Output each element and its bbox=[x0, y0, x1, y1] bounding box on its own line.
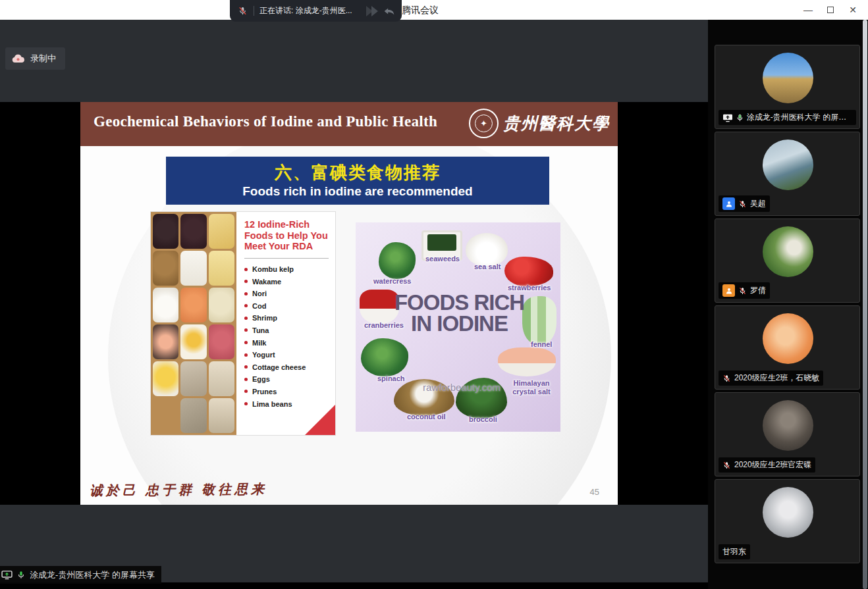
food-label: fennel bbox=[531, 340, 552, 348]
food-photo-tile bbox=[180, 361, 206, 396]
himalayan-salt-photo bbox=[498, 347, 556, 376]
fennel-photo bbox=[522, 296, 556, 345]
iodine-foods-list: Kombu kelp Wakame Nori Cod Shrimp Tuna M… bbox=[244, 265, 330, 408]
food-label: strawberries bbox=[508, 284, 551, 292]
list-item: Yogurt bbox=[244, 351, 330, 359]
window-titlebar: 腾讯会议 — ✕ bbox=[0, 0, 868, 20]
participant-tile[interactable]: 罗倩 bbox=[715, 218, 860, 303]
mic-muted-icon bbox=[738, 286, 747, 295]
avatar bbox=[763, 53, 813, 103]
slide-title: Geochemical Behaviors of Iodine and Publ… bbox=[94, 113, 437, 130]
recording-label: 录制中 bbox=[30, 53, 56, 64]
maximize-icon bbox=[827, 7, 834, 13]
mic-active-icon bbox=[736, 113, 744, 122]
food-photo-tile bbox=[153, 251, 178, 286]
screen-share-banner: 涂成龙-贵州医科大学 的屏幕共享 bbox=[0, 566, 161, 584]
university-motto-calligraphy: 诚於己 忠于群 敬往思来 bbox=[90, 480, 267, 499]
food-photo-tile bbox=[209, 324, 234, 359]
poster-title: FOODS RICH IN IODINE bbox=[392, 292, 527, 335]
sidebar-scrollbar[interactable] bbox=[863, 20, 867, 589]
list-item: Tuna bbox=[244, 326, 330, 334]
food-photo-tile bbox=[180, 251, 206, 286]
food-photo-tile bbox=[153, 398, 178, 433]
section-banner: 六、富碘类食物推荐 Foods rich in iodine are recom… bbox=[166, 157, 549, 205]
screen-share-icon bbox=[722, 113, 732, 122]
list-item: Nori bbox=[244, 290, 330, 297]
participant-name: 2020级应生2班官宏碟 bbox=[734, 459, 811, 471]
food-label: sea salt bbox=[474, 263, 501, 270]
banner-subtitle-en: Foods rich in iodine are recommended bbox=[166, 184, 549, 199]
spinach-photo bbox=[361, 338, 408, 376]
university-logo: ✦ 贵州醫科大學 bbox=[469, 109, 610, 138]
avatar bbox=[763, 140, 813, 190]
speaking-label: 正在讲话: 涂成龙-贵州医... bbox=[259, 5, 361, 16]
participant-tile[interactable]: 甘羽东 bbox=[715, 479, 860, 563]
share-banner-label: 涂成龙-贵州医科大学 的屏幕共享 bbox=[30, 569, 155, 581]
participant-name: 罗倩 bbox=[750, 285, 766, 296]
participant-name: 甘羽东 bbox=[722, 546, 746, 557]
red-corner-triangle bbox=[304, 404, 336, 436]
watercress-photo bbox=[379, 242, 416, 279]
participant-tile[interactable]: 吴超 bbox=[715, 132, 860, 216]
food-label: Himalayan crystal salt bbox=[506, 379, 557, 396]
screen-share-icon bbox=[1, 570, 13, 580]
banner-title-cn: 六、富碘类食物推荐 bbox=[166, 161, 549, 184]
maximize-button[interactable] bbox=[819, 0, 842, 20]
list-item: Prunes bbox=[244, 388, 330, 396]
slide-page-number: 45 bbox=[590, 487, 599, 497]
participant-tile[interactable]: 2020级应生2班官宏碟 bbox=[715, 392, 860, 476]
food-label: seaweeds bbox=[425, 255, 460, 263]
presentation-slide: Geochemical Behaviors of Iodine and Publ… bbox=[80, 102, 618, 505]
list-item: Kombu kelp bbox=[244, 265, 330, 273]
role-badge-icon bbox=[722, 197, 735, 210]
list-item: Cod bbox=[244, 302, 330, 310]
window-title: 腾讯会议 bbox=[402, 5, 439, 16]
participant-tile[interactable]: 涂成龙-贵州医科大学 的屏幕共... bbox=[715, 45, 860, 129]
list-heading: 12 Iodine-Rich Foods to Help You Meet Yo… bbox=[244, 219, 330, 252]
participants-sidebar: 涂成龙-贵州医科大学 的屏幕共... 吴超 bbox=[708, 20, 868, 589]
cloud-recording-icon bbox=[12, 54, 24, 63]
recording-indicator[interactable]: 录制中 bbox=[5, 47, 65, 70]
food-photo-tile bbox=[153, 288, 178, 322]
mic-muted-icon bbox=[722, 374, 731, 383]
divider bbox=[244, 258, 329, 259]
participant-label: 2020级应生2班官宏碟 bbox=[719, 457, 815, 473]
screen-share-stage: 录制中 Geochemical Behaviors of Iodine and … bbox=[0, 20, 708, 589]
food-photo-tile bbox=[209, 251, 234, 286]
reply-arrow-icon[interactable] bbox=[382, 4, 396, 18]
window-controls: — ✕ bbox=[797, 0, 864, 20]
list-item: Cottage cheese bbox=[244, 363, 330, 371]
role-badge-icon bbox=[722, 284, 735, 297]
list-item: Wakame bbox=[244, 278, 330, 286]
food-photo-tile bbox=[209, 398, 234, 433]
mic-muted-icon bbox=[722, 461, 731, 470]
participant-name: 涂成龙-贵州医科大学 的屏幕共... bbox=[747, 112, 852, 123]
avatar bbox=[763, 313, 813, 364]
food-label: coconut oil bbox=[407, 413, 446, 421]
close-button[interactable]: ✕ bbox=[842, 0, 864, 20]
list-item: Eggs bbox=[244, 375, 330, 383]
speaking-status-bar[interactable]: 正在讲话: 涂成龙-贵州医... bbox=[230, 0, 402, 22]
strawberries-photo bbox=[504, 257, 553, 286]
avatar bbox=[763, 400, 813, 451]
list-item: Milk bbox=[244, 339, 330, 347]
university-name: 贵州醫科大學 bbox=[503, 113, 610, 134]
food-photo-tile bbox=[209, 288, 234, 322]
double-arrow-icon[interactable] bbox=[364, 3, 381, 19]
food-label: broccoli bbox=[469, 415, 497, 423]
participant-name: 2020级应生2班，石晓敏 bbox=[734, 372, 819, 384]
food-photo-tile bbox=[153, 361, 178, 396]
minimize-button[interactable]: — bbox=[797, 0, 819, 20]
mic-active-icon bbox=[16, 570, 26, 580]
food-collage-photo bbox=[150, 211, 236, 436]
avatar bbox=[763, 487, 813, 538]
sea-salt-photo bbox=[466, 233, 508, 266]
food-photo-tile bbox=[180, 398, 206, 433]
food-photo-tile bbox=[153, 324, 178, 359]
iodine-poster: FOODS RICH IN IODINE rawforbeauty.com wa… bbox=[356, 222, 560, 432]
food-label: cranberries bbox=[364, 321, 404, 329]
slide-header: Geochemical Behaviors of Iodine and Publ… bbox=[80, 102, 618, 146]
participant-tile[interactable]: 2020级应生2班，石晓敏 bbox=[715, 305, 860, 390]
iodine-foods-list-panel: 12 Iodine-Rich Foods to Help You Meet Yo… bbox=[236, 211, 336, 436]
participant-label: 罗倩 bbox=[719, 282, 770, 299]
